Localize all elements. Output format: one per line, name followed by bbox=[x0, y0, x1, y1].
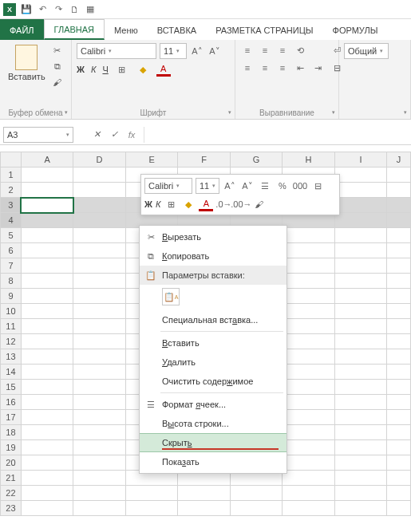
row-header[interactable]: 5 bbox=[1, 228, 22, 243]
align-bottom-icon[interactable]: ≡ bbox=[275, 43, 290, 57]
col-header[interactable]: J bbox=[387, 152, 411, 167]
bold-button[interactable]: Ж bbox=[77, 65, 85, 74]
menu-unhide[interactable]: Показать bbox=[140, 452, 287, 471]
mini-size-combo[interactable]: 11 bbox=[196, 178, 219, 194]
col-header[interactable]: A bbox=[21, 152, 73, 167]
row-header[interactable]: 6 bbox=[1, 243, 22, 258]
col-header[interactable]: G bbox=[230, 152, 282, 167]
row-header[interactable]: 10 bbox=[1, 304, 22, 319]
mini-italic-button[interactable]: К bbox=[156, 199, 160, 209]
mini-increase-font-icon[interactable]: A˄ bbox=[223, 179, 237, 193]
decrease-font-icon[interactable]: A˅ bbox=[207, 44, 222, 58]
underline-button[interactable]: Ч bbox=[102, 65, 108, 74]
tab-file[interactable]: ФАЙЛ bbox=[0, 19, 44, 40]
menu-hide[interactable]: Скрыть bbox=[140, 433, 287, 452]
col-header[interactable]: I bbox=[334, 152, 386, 167]
col-header[interactable]: D bbox=[73, 152, 125, 167]
row-header[interactable]: 9 bbox=[1, 289, 22, 304]
save-icon[interactable]: 💾 bbox=[21, 4, 32, 15]
mini-font-combo[interactable]: Calibri bbox=[144, 178, 192, 194]
menu-cut[interactable]: ✂ Вырезать bbox=[140, 227, 287, 246]
mini-merge-icon[interactable]: ⊟ bbox=[310, 179, 325, 193]
row-header[interactable]: 8 bbox=[1, 274, 22, 289]
menu-delete[interactable]: Удалить bbox=[140, 353, 287, 372]
row-header[interactable]: 16 bbox=[1, 395, 22, 410]
paste-button[interactable]: Вставить bbox=[5, 43, 49, 83]
font-color-icon[interactable]: A bbox=[156, 62, 171, 77]
menu-row-height[interactable]: Высота строки... bbox=[140, 414, 287, 433]
row-header[interactable]: 3 bbox=[1, 198, 22, 213]
menu-clear[interactable]: Очистить содержимое bbox=[140, 372, 287, 391]
number-format-combo[interactable]: Общий bbox=[344, 43, 389, 59]
col-header[interactable]: H bbox=[283, 152, 334, 167]
menu-format-cells[interactable]: ☰ Формат ячеек... bbox=[140, 395, 287, 414]
copy-icon[interactable]: ⧉ bbox=[50, 59, 65, 73]
cancel-icon[interactable]: ✕ bbox=[88, 126, 105, 144]
align-top-icon[interactable]: ≡ bbox=[240, 43, 255, 57]
menu-copy[interactable]: ⧉ Копировать bbox=[140, 246, 287, 266]
mini-increase-decimal-icon[interactable]: .0→ bbox=[216, 197, 231, 211]
mini-thousands-icon[interactable]: 000 bbox=[293, 179, 307, 193]
italic-button[interactable]: К bbox=[91, 65, 96, 74]
enter-icon[interactable]: ✓ bbox=[105, 126, 123, 144]
select-all-corner[interactable] bbox=[1, 152, 22, 167]
row-header[interactable]: 15 bbox=[1, 380, 22, 395]
mini-percent-icon[interactable]: % bbox=[275, 179, 290, 193]
new-icon[interactable]: 🗋 bbox=[69, 4, 80, 15]
format-painter-icon[interactable]: 🖌 bbox=[50, 75, 65, 89]
fx-icon[interactable]: fx bbox=[123, 126, 140, 144]
mini-fill-icon[interactable]: ◆ bbox=[181, 197, 196, 211]
cut-icon[interactable]: ✂ bbox=[50, 43, 65, 57]
decrease-indent-icon[interactable]: ⇤ bbox=[293, 61, 307, 75]
row-header[interactable]: 19 bbox=[1, 440, 22, 455]
menu-insert[interactable]: Вставить bbox=[140, 333, 287, 353]
row-header[interactable]: 12 bbox=[1, 334, 22, 349]
orientation-icon[interactable]: ⟲ bbox=[293, 43, 307, 57]
align-center-icon[interactable]: ≡ bbox=[258, 61, 272, 75]
redo-icon[interactable]: ↷ bbox=[53, 4, 64, 15]
name-box[interactable]: A3 bbox=[3, 127, 73, 143]
mini-format-painter-icon[interactable]: 🖌 bbox=[251, 197, 266, 211]
mini-borders-icon[interactable]: ⊞ bbox=[164, 197, 178, 211]
row-header[interactable]: 4 bbox=[1, 213, 22, 228]
borders-icon[interactable]: ⊞ bbox=[115, 62, 129, 77]
row-header[interactable]: 14 bbox=[1, 365, 22, 380]
row-header[interactable]: 20 bbox=[1, 455, 22, 471]
tab-menu[interactable]: Меню bbox=[105, 19, 148, 40]
menu-delete-label: Удалить bbox=[162, 357, 196, 367]
mini-decrease-font-icon[interactable]: A˅ bbox=[240, 179, 255, 193]
col-header[interactable]: E bbox=[125, 152, 177, 167]
row-header[interactable]: 23 bbox=[1, 501, 22, 516]
mini-bold-button[interactable]: Ж bbox=[144, 199, 152, 209]
tab-formulas[interactable]: ФОРМУЛЫ bbox=[323, 19, 388, 40]
row-header[interactable]: 21 bbox=[1, 471, 22, 486]
increase-font-icon[interactable]: A˄ bbox=[190, 44, 204, 58]
font-size-combo[interactable]: 11 bbox=[160, 43, 187, 59]
row-header[interactable]: 7 bbox=[1, 258, 22, 274]
tab-pagelayout[interactable]: РАЗМЕТКА СТРАНИЦЫ bbox=[206, 19, 322, 40]
tab-home[interactable]: ГЛАВНАЯ bbox=[44, 19, 105, 40]
menu-paste-special[interactable]: Специальная вставка... bbox=[140, 310, 287, 329]
row-header[interactable]: 2 bbox=[1, 183, 22, 198]
fill-color-icon[interactable]: ◆ bbox=[136, 62, 150, 77]
table-icon[interactable]: ▦ bbox=[85, 4, 96, 15]
formula-input[interactable] bbox=[144, 127, 411, 143]
mini-decrease-decimal-icon[interactable]: .00→ bbox=[234, 197, 248, 211]
paste-default-icon[interactable]: 📋A bbox=[162, 288, 180, 305]
tab-insert[interactable]: ВСТАВКА bbox=[148, 19, 206, 40]
align-right-icon[interactable]: ≡ bbox=[275, 61, 290, 75]
align-left-icon[interactable]: ≡ bbox=[240, 61, 255, 75]
mini-font-color-icon[interactable]: A bbox=[199, 197, 213, 211]
row-header[interactable]: 1 bbox=[1, 167, 22, 183]
undo-icon[interactable]: ↶ bbox=[37, 4, 48, 15]
align-middle-icon[interactable]: ≡ bbox=[258, 43, 272, 57]
font-name-combo[interactable]: Calibri bbox=[77, 43, 156, 59]
row-header[interactable]: 11 bbox=[1, 319, 22, 334]
row-header[interactable]: 22 bbox=[1, 486, 22, 501]
row-header[interactable]: 13 bbox=[1, 349, 22, 365]
mini-accounting-icon[interactable]: ☰ bbox=[258, 179, 272, 193]
row-header[interactable]: 17 bbox=[1, 410, 22, 425]
col-header[interactable]: F bbox=[178, 152, 230, 167]
increase-indent-icon[interactable]: ⇥ bbox=[310, 61, 325, 75]
row-header[interactable]: 18 bbox=[1, 425, 22, 440]
